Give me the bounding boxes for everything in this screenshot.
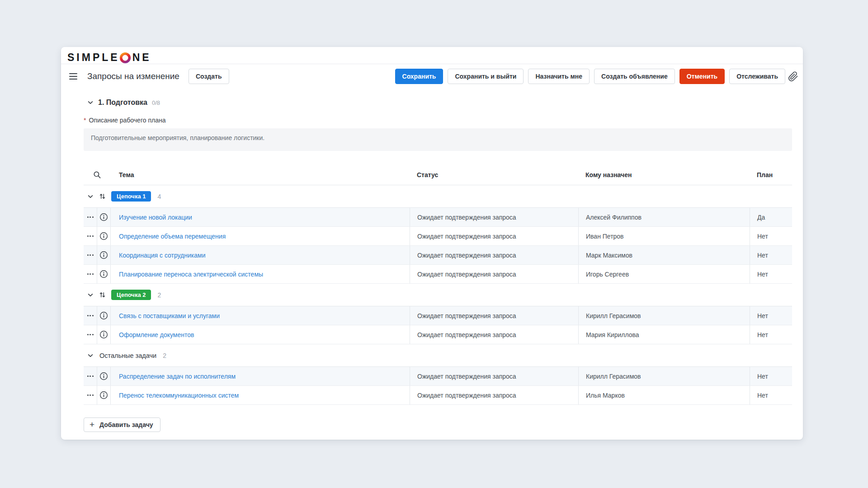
row-menu-ellipsis-icon[interactable] — [84, 208, 97, 226]
assignee-cell: Илья Марков — [578, 386, 750, 404]
column-header-topic: Тема — [111, 171, 410, 178]
info-icon[interactable] — [97, 227, 111, 245]
action-button-2[interactable]: Назначить мне — [528, 69, 590, 84]
task-link[interactable]: Определение объема перемещения — [119, 233, 226, 240]
info-icon[interactable] — [97, 265, 111, 283]
info-icon[interactable] — [97, 367, 111, 385]
group-label: Остальные задачи — [99, 352, 156, 359]
topic-cell: Планирование переноса электрической сист… — [111, 265, 410, 283]
status-cell: Ожидает подтверждения запроса — [410, 386, 578, 404]
topic-cell: Изучение новой локации — [111, 208, 410, 226]
table-row: Перенос телекоммуникационных системОжида… — [84, 386, 792, 405]
plan-cell: Нет — [750, 367, 792, 385]
status-cell: Ожидает подтверждения запроса — [410, 227, 578, 245]
chevron-down-icon[interactable] — [87, 292, 94, 298]
table-row: Связь с поставщиками и услугамиОжидает п… — [84, 306, 792, 325]
action-button-3[interactable]: Создать объявление — [594, 69, 675, 84]
column-header-status: Статус — [410, 171, 578, 178]
chevron-down-icon[interactable] — [87, 99, 94, 106]
table-body: Цепочка 14Изучение новой локацииОжидает … — [84, 185, 792, 405]
simpleone-logo: SIMPLE NE — [67, 52, 151, 64]
logo-text-suffix: NE — [132, 52, 151, 63]
group-count: 2 — [163, 352, 166, 359]
table-row: Определение объема перемещенияОжидает по… — [84, 227, 792, 246]
logo-ring-icon — [119, 52, 131, 64]
logo-bar: SIMPLE NE — [61, 47, 803, 64]
main-window-card: SIMPLE NE Запросы на изменение Создать С… — [61, 47, 803, 440]
action-button-0[interactable]: Сохранить — [395, 69, 443, 84]
table-row: Изучение новой локацииОжидает подтвержде… — [84, 208, 792, 227]
assignee-cell: Иван Петров — [578, 227, 750, 245]
table-row: Распределение задач по исполнителямОжида… — [84, 367, 792, 386]
page-title: Запросы на изменение — [87, 71, 179, 81]
form-content: 1. Подготовка 0/8 * Описание рабочего пл… — [61, 89, 803, 432]
assignee-cell: Кирилл Герасимов — [578, 306, 750, 325]
chevron-down-icon[interactable] — [87, 193, 94, 200]
info-icon[interactable] — [97, 386, 111, 404]
row-menu-ellipsis-icon[interactable] — [84, 306, 97, 325]
plan-cell: Нет — [750, 325, 792, 344]
status-cell: Ожидает подтверждения запроса — [410, 367, 578, 385]
topic-cell: Распределение задач по исполнителям — [111, 367, 410, 385]
action-buttons-group: СохранитьСохранить и выйтиНазначить мнеС… — [395, 69, 785, 84]
group-badge: Цепочка 2 — [111, 290, 151, 300]
group-header-row-0: Цепочка 14 — [84, 185, 792, 208]
info-icon[interactable] — [97, 306, 111, 325]
group-count: 2 — [157, 291, 161, 299]
topic-cell: Связь с поставщиками и услугами — [111, 306, 410, 325]
table-row: Планирование переноса электрической сист… — [84, 265, 792, 284]
row-menu-ellipsis-icon[interactable] — [84, 246, 97, 264]
reorder-arrows-icon[interactable] — [99, 291, 105, 298]
column-header-plan: План — [750, 171, 792, 178]
hamburger-icon[interactable] — [68, 72, 78, 80]
info-icon[interactable] — [97, 246, 111, 264]
action-button-1[interactable]: Сохранить и выйти — [448, 69, 524, 84]
row-menu-ellipsis-icon[interactable] — [84, 265, 97, 283]
row-menu-ellipsis-icon[interactable] — [84, 367, 97, 385]
description-textarea[interactable]: Подготовительные мероприятия, планирован… — [84, 128, 792, 151]
task-link[interactable]: Изучение новой локации — [119, 214, 192, 221]
task-link[interactable]: Координация с сотрудниками — [119, 252, 206, 259]
assignee-cell: Кирилл Герасимов — [578, 367, 750, 385]
add-task-label: Добавить задачу — [99, 421, 153, 428]
create-button[interactable]: Создать — [189, 69, 229, 84]
plan-cell: Нет — [750, 386, 792, 404]
row-menu-ellipsis-icon[interactable] — [84, 227, 97, 245]
action-button-5[interactable]: Отслеживать — [729, 69, 785, 84]
field-label: * Описание рабочего плана — [84, 117, 792, 124]
plan-cell: Да — [750, 208, 792, 226]
chevron-down-icon[interactable] — [87, 352, 94, 359]
paperclip-icon[interactable] — [788, 71, 798, 82]
topic-cell: Перенос телекоммуникационных систем — [111, 386, 410, 404]
info-icon[interactable] — [97, 208, 111, 226]
section-counter: 0/8 — [152, 99, 160, 106]
task-link[interactable]: Планирование переноса электрической сист… — [119, 271, 263, 278]
group-header-row-1: Цепочка 22 — [84, 284, 792, 306]
group-badge: Цепочка 1 — [111, 191, 151, 202]
task-link[interactable]: Перенос телекоммуникационных систем — [119, 392, 239, 399]
add-task-button[interactable]: + Добавить задачу — [84, 418, 160, 432]
info-icon[interactable] — [97, 325, 111, 344]
task-link[interactable]: Распределение задач по исполнителям — [119, 373, 236, 380]
action-button-4[interactable]: Отменить — [679, 69, 725, 84]
assignee-cell: Алексей Филиппов — [578, 208, 750, 226]
assignee-cell: Игорь Сергеев — [578, 265, 750, 283]
section-header: 1. Подготовка 0/8 — [84, 98, 792, 108]
status-cell: Ожидает подтверждения запроса — [410, 208, 578, 226]
topic-cell: Оформление документов — [111, 325, 410, 344]
record-toolbar: Запросы на изменение Создать СохранитьСо… — [61, 64, 803, 89]
row-menu-ellipsis-icon[interactable] — [84, 386, 97, 404]
row-menu-ellipsis-icon[interactable] — [84, 325, 97, 344]
plan-cell: Нет — [750, 246, 792, 264]
field-label-text: Описание рабочего плана — [89, 117, 165, 124]
search-icon[interactable] — [84, 171, 111, 179]
task-link[interactable]: Связь с поставщиками и услугами — [119, 312, 220, 319]
logo-text-prefix: SIMPLE — [67, 52, 120, 63]
section-title: 1. Подготовка — [98, 99, 147, 107]
task-link[interactable]: Оформление документов — [119, 331, 194, 338]
plan-cell: Нет — [750, 265, 792, 283]
reorder-arrows-icon[interactable] — [99, 193, 105, 200]
status-cell: Ожидает подтверждения запроса — [410, 306, 578, 325]
plus-icon: + — [90, 422, 94, 428]
status-cell: Ожидает подтверждения запроса — [410, 325, 578, 344]
